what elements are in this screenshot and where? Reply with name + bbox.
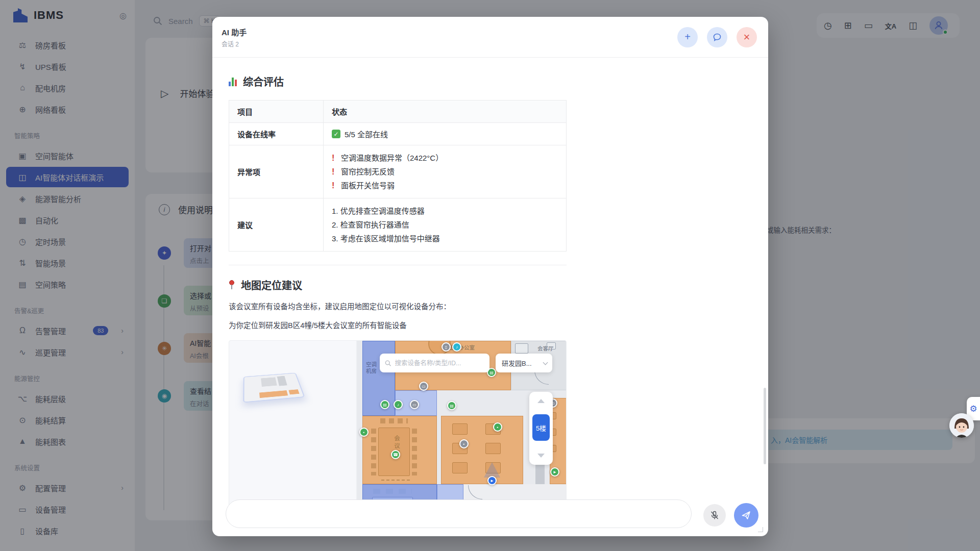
floorplan-3d-thumbnail[interactable] <box>243 373 305 403</box>
device-marker-speaker-device-2[interactable]: ♪ <box>394 400 403 409</box>
building-selector-value: 研发园B... <box>502 358 532 368</box>
exclamation-icon: ! <box>332 151 337 165</box>
device-marker-speaker-device[interactable]: ♪ <box>452 342 461 352</box>
meeting-chairs-right <box>412 429 417 475</box>
assistant-girl-icon <box>949 413 974 438</box>
chevron-down-icon <box>543 360 548 365</box>
table-row: 设备在线率 ✓ 5/5 全部在线 <box>229 123 567 145</box>
table-row: 异常项 !空调温度数据异常（2422°C）!窗帘控制无反馈!面板开关信号弱 <box>229 145 567 198</box>
suggestion-line: 1. 优先排查空调温度传感器 <box>332 204 558 218</box>
modal-scrollbar[interactable] <box>764 388 766 464</box>
floor-down-icon[interactable] <box>537 454 545 458</box>
lounge-sofa <box>515 343 528 354</box>
device-marker-lock-device-2[interactable]: ▪ <box>459 439 469 448</box>
assessment-table: 项目 状态 设备在线率 ✓ 5/5 全部在线 异常项 !空调温度数据异常（242… <box>229 100 567 252</box>
exclamation-icon: ! <box>332 179 337 192</box>
building-selector[interactable]: 研发园B... <box>496 354 552 372</box>
map-paragraph-1: 该会议室所有设备均含坐标，建议启用地图定位以可视化设备分布： <box>229 300 586 311</box>
app-root: IBMS ◎ ⚖磅房看板↯UPS看板⌂配电机房⊕网络看板智能策略▣空间智能体◫A… <box>0 0 980 551</box>
suggestion-line: 3. 考虑在该区域增加信号中继器 <box>332 232 558 245</box>
send-button[interactable] <box>734 503 758 528</box>
floor-button[interactable]: 5楼 <box>532 414 550 441</box>
device-marker-camera-device-3d[interactable]: ► <box>487 476 497 485</box>
suggestion-line: 2. 检查窗帘执行器通信 <box>332 218 558 232</box>
map-device-search[interactable] <box>380 354 489 372</box>
row-item-online-rate: 设备在线率 <box>229 123 324 145</box>
office-desk <box>452 423 468 435</box>
row-item-suggestions: 建议 <box>229 198 324 252</box>
room-hvac <box>362 341 395 416</box>
map-pin-icon <box>229 280 235 290</box>
floor-up-icon[interactable] <box>537 399 545 403</box>
device-marker-sensor-device-3[interactable]: ▪ <box>359 428 369 437</box>
abnormal-line: !面板开关信号弱 <box>332 179 558 192</box>
section-divider <box>229 265 567 265</box>
digital-assistant-avatar[interactable] <box>949 413 974 438</box>
search-icon <box>385 360 391 367</box>
device-marker-pad-device[interactable]: ▤ <box>380 400 389 409</box>
row-item-abnormal: 异常项 <box>229 145 324 198</box>
office-desk <box>452 462 468 473</box>
session-label: 会话 2 <box>222 39 668 48</box>
room-label-lounge: 会客厅 <box>537 344 554 352</box>
chat-bubble-icon <box>713 33 722 42</box>
device-marker-lock-device[interactable]: ▪ <box>493 422 502 432</box>
device-marker-sensor-device-2[interactable]: ▤ <box>447 401 456 410</box>
office-desk <box>485 443 501 454</box>
meeting-chairs-left <box>371 429 376 475</box>
col-header-item: 项目 <box>229 101 324 123</box>
close-modal-button[interactable]: × <box>737 27 757 47</box>
modal-title: AI 助手 <box>222 27 668 37</box>
send-plane-icon <box>741 510 752 521</box>
device-marker-camera-device[interactable]: ► <box>550 467 559 477</box>
online-rate-status: 5/5 全部在线 <box>345 129 388 139</box>
sessions-button[interactable] <box>707 27 727 47</box>
modal-header: AI 助手 会话 2 + × <box>212 17 768 58</box>
message-input[interactable] <box>226 499 692 528</box>
map-paragraph-2: 为你定位到研发园B区4幢/5楼大会议室的所有智能设备 <box>229 319 586 330</box>
device-marker-phone-device[interactable]: ☎ <box>391 450 400 459</box>
assessment-section-title: 综合评估 <box>229 74 768 89</box>
gear-icon: ⚙ <box>969 404 977 414</box>
col-header-status: 状态 <box>324 101 567 123</box>
mic-muted-button[interactable] <box>703 504 726 527</box>
camera-view-cone <box>484 462 500 478</box>
new-session-button[interactable]: + <box>677 27 698 47</box>
room-label-hvac: 空调机房 <box>366 361 377 374</box>
device-marker-display-device[interactable]: ▭ <box>410 400 419 409</box>
mic-off-icon <box>709 510 720 520</box>
map-search-input[interactable] <box>395 360 484 367</box>
modal-body: 综合评估 项目 状态 设备在线率 ✓ 5/5 全部在线 <box>212 58 768 507</box>
floor-selector: 5楼 <box>529 392 553 465</box>
exclamation-icon: ! <box>332 165 337 179</box>
ai-assistant-modal: AI 助手 会话 2 + × 综合评估 项目 状态 <box>212 17 768 536</box>
abnormal-line: !空调温度数据异常（2422°C） <box>332 151 558 165</box>
bottom-room-chairs <box>373 489 412 494</box>
meeting-chairs-top <box>380 418 408 423</box>
bar-chart-icon <box>229 77 237 86</box>
device-marker-monitor-device[interactable]: ▭ <box>419 382 428 391</box>
check-icon: ✓ <box>332 130 340 138</box>
floor-map[interactable]: 空调机房 总经理办公室 会客厅 会议室 ▯♪▤▭▤♪▭▤▪▪▪☎▭►► 研发园B… <box>229 340 567 507</box>
map-3d-panel <box>229 341 357 507</box>
resize-corner[interactable] <box>758 527 763 532</box>
device-marker-trash-device[interactable]: ▯ <box>442 342 451 352</box>
map-section-title: 地图定位建议 <box>229 278 768 292</box>
table-row: 建议 1. 优先排查空调温度传感器2. 检查窗帘执行器通信3. 考虑在该区域增加… <box>229 198 567 252</box>
abnormal-line: !窗帘控制无反馈 <box>332 165 558 179</box>
meeting-room-dash <box>381 480 410 481</box>
